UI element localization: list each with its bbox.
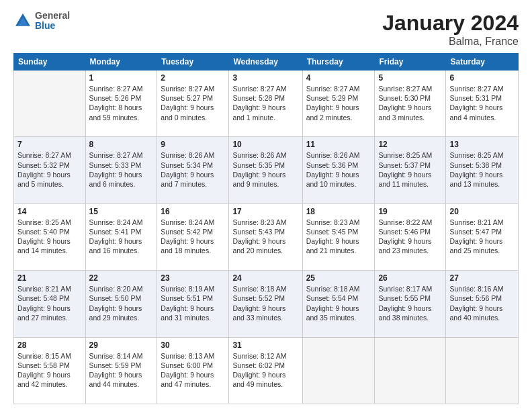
day-number: 19	[378, 207, 442, 216]
day-number: 22	[89, 273, 154, 283]
logo-line2: Blue	[35, 21, 70, 31]
calendar-cell: 27Sunrise: 8:16 AMSunset: 5:56 PMDayligh…	[446, 271, 519, 337]
day-info: Sunrise: 8:27 AMSunset: 5:30 PMDaylight:…	[378, 84, 442, 122]
day-info: Sunrise: 8:27 AMSunset: 5:33 PMDaylight:…	[89, 150, 154, 189]
calendar-header-thursday: Thursday	[302, 54, 375, 71]
calendar-cell: 4Sunrise: 8:27 AMSunset: 5:29 PMDaylight…	[302, 71, 375, 137]
calendar-header-monday: Monday	[85, 54, 157, 71]
day-info: Sunrise: 8:27 AMSunset: 5:26 PMDaylight:…	[89, 84, 154, 122]
day-number: 12	[378, 140, 442, 149]
day-info: Sunrise: 8:25 AMSunset: 5:37 PMDaylight:…	[378, 150, 442, 189]
day-info: Sunrise: 8:15 AMSunset: 5:58 PMDaylight:…	[17, 351, 82, 390]
logo-line1: General	[35, 11, 70, 21]
day-number: 11	[306, 140, 371, 149]
day-number: 1	[89, 73, 154, 83]
calendar-cell: 16Sunrise: 8:24 AMSunset: 5:42 PMDayligh…	[157, 203, 229, 270]
day-number: 4	[306, 73, 371, 83]
day-info: Sunrise: 8:19 AMSunset: 5:51 PMDaylight:…	[161, 284, 225, 322]
day-info: Sunrise: 8:21 AMSunset: 5:48 PMDaylight:…	[17, 284, 82, 322]
logo: General Blue	[13, 11, 70, 32]
day-number: 13	[449, 140, 515, 149]
day-number: 8	[89, 140, 154, 149]
calendar-cell: 30Sunrise: 8:13 AMSunset: 6:00 PMDayligh…	[157, 337, 229, 404]
day-number: 16	[161, 207, 225, 216]
calendar-cell: 20Sunrise: 8:21 AMSunset: 5:47 PMDayligh…	[446, 203, 519, 270]
calendar-cell: 31Sunrise: 8:12 AMSunset: 6:02 PMDayligh…	[229, 337, 302, 404]
day-info: Sunrise: 8:17 AMSunset: 5:55 PMDaylight:…	[378, 284, 442, 322]
calendar-cell: 3Sunrise: 8:27 AMSunset: 5:28 PMDaylight…	[229, 71, 302, 137]
day-info: Sunrise: 8:21 AMSunset: 5:47 PMDaylight:…	[449, 218, 515, 256]
day-number: 24	[232, 273, 298, 283]
day-info: Sunrise: 8:24 AMSunset: 5:42 PMDaylight:…	[161, 218, 225, 256]
calendar-cell: 19Sunrise: 8:22 AMSunset: 5:46 PMDayligh…	[375, 203, 446, 270]
day-number: 10	[232, 140, 298, 149]
day-info: Sunrise: 8:14 AMSunset: 5:59 PMDaylight:…	[89, 351, 154, 390]
calendar-cell: 14Sunrise: 8:25 AMSunset: 5:40 PMDayligh…	[14, 203, 86, 270]
calendar-cell: 12Sunrise: 8:25 AMSunset: 5:37 PMDayligh…	[375, 137, 446, 203]
day-number: 27	[449, 273, 515, 283]
day-number: 29	[89, 340, 154, 350]
calendar-cell: 5Sunrise: 8:27 AMSunset: 5:30 PMDaylight…	[375, 71, 446, 137]
calendar-cell: 7Sunrise: 8:27 AMSunset: 5:32 PMDaylight…	[14, 137, 86, 203]
day-info: Sunrise: 8:18 AMSunset: 5:54 PMDaylight:…	[306, 284, 371, 322]
day-number: 31	[232, 340, 298, 350]
day-info: Sunrise: 8:22 AMSunset: 5:46 PMDaylight:…	[378, 218, 442, 256]
day-number: 25	[306, 273, 371, 283]
calendar-cell: 2Sunrise: 8:27 AMSunset: 5:27 PMDaylight…	[157, 71, 229, 137]
calendar-cell: 1Sunrise: 8:27 AMSunset: 5:26 PMDaylight…	[85, 71, 157, 137]
calendar-week-row: 28Sunrise: 8:15 AMSunset: 5:58 PMDayligh…	[14, 337, 519, 404]
day-number: 30	[161, 340, 225, 350]
day-number: 2	[161, 73, 225, 83]
day-info: Sunrise: 8:24 AMSunset: 5:41 PMDaylight:…	[89, 218, 154, 256]
calendar-cell: 15Sunrise: 8:24 AMSunset: 5:41 PMDayligh…	[85, 203, 157, 270]
calendar-cell: 28Sunrise: 8:15 AMSunset: 5:58 PMDayligh…	[14, 337, 86, 404]
day-info: Sunrise: 8:25 AMSunset: 5:40 PMDaylight:…	[17, 218, 82, 256]
calendar-week-row: 21Sunrise: 8:21 AMSunset: 5:48 PMDayligh…	[14, 271, 519, 337]
page-title: January 2024	[382, 11, 519, 36]
calendar-week-row: 1Sunrise: 8:27 AMSunset: 5:26 PMDaylight…	[14, 71, 519, 137]
calendar-cell: 13Sunrise: 8:25 AMSunset: 5:38 PMDayligh…	[446, 137, 519, 203]
calendar-week-row: 7Sunrise: 8:27 AMSunset: 5:32 PMDaylight…	[14, 137, 519, 203]
day-number: 26	[378, 273, 442, 283]
day-number: 7	[17, 140, 82, 149]
calendar-header-wednesday: Wednesday	[229, 54, 302, 71]
calendar-table: SundayMondayTuesdayWednesdayThursdayFrid…	[13, 53, 519, 404]
header: General Blue January 2024 Balma, France	[13, 11, 519, 48]
calendar-week-row: 14Sunrise: 8:25 AMSunset: 5:40 PMDayligh…	[14, 203, 519, 270]
calendar-cell: 21Sunrise: 8:21 AMSunset: 5:48 PMDayligh…	[14, 271, 86, 337]
day-number: 23	[161, 273, 225, 283]
day-info: Sunrise: 8:23 AMSunset: 5:43 PMDaylight:…	[232, 218, 298, 256]
day-number: 17	[232, 207, 298, 216]
day-number: 18	[306, 207, 371, 216]
day-number: 20	[449, 207, 515, 216]
day-number: 14	[17, 207, 82, 216]
day-info: Sunrise: 8:27 AMSunset: 5:29 PMDaylight:…	[306, 84, 371, 122]
page: General Blue January 2024 Balma, France …	[0, 0, 532, 411]
calendar-cell: 29Sunrise: 8:14 AMSunset: 5:59 PMDayligh…	[85, 337, 157, 404]
calendar-cell	[375, 337, 446, 404]
calendar-cell: 23Sunrise: 8:19 AMSunset: 5:51 PMDayligh…	[157, 271, 229, 337]
day-number: 15	[89, 207, 154, 216]
calendar-cell	[302, 337, 375, 404]
day-info: Sunrise: 8:13 AMSunset: 6:00 PMDaylight:…	[161, 351, 225, 390]
day-info: Sunrise: 8:26 AMSunset: 5:35 PMDaylight:…	[232, 150, 298, 189]
calendar-header-row: SundayMondayTuesdayWednesdayThursdayFrid…	[14, 54, 519, 71]
day-info: Sunrise: 8:27 AMSunset: 5:27 PMDaylight:…	[161, 84, 225, 122]
calendar-cell: 17Sunrise: 8:23 AMSunset: 5:43 PMDayligh…	[229, 203, 302, 270]
day-info: Sunrise: 8:26 AMSunset: 5:34 PMDaylight:…	[161, 150, 225, 189]
day-number: 21	[17, 273, 82, 283]
calendar-cell: 8Sunrise: 8:27 AMSunset: 5:33 PMDaylight…	[85, 137, 157, 203]
calendar-cell: 11Sunrise: 8:26 AMSunset: 5:36 PMDayligh…	[302, 137, 375, 203]
calendar-cell: 24Sunrise: 8:18 AMSunset: 5:52 PMDayligh…	[229, 271, 302, 337]
calendar-cell: 25Sunrise: 8:18 AMSunset: 5:54 PMDayligh…	[302, 271, 375, 337]
page-subtitle: Balma, France	[382, 36, 519, 48]
calendar-cell: 9Sunrise: 8:26 AMSunset: 5:34 PMDaylight…	[157, 137, 229, 203]
calendar-header-tuesday: Tuesday	[157, 54, 229, 71]
calendar-cell	[14, 71, 86, 137]
day-number: 9	[161, 140, 225, 149]
day-number: 28	[17, 340, 82, 350]
logo-icon	[13, 11, 32, 30]
calendar-cell: 10Sunrise: 8:26 AMSunset: 5:35 PMDayligh…	[229, 137, 302, 203]
calendar-header-saturday: Saturday	[446, 54, 519, 71]
day-info: Sunrise: 8:12 AMSunset: 6:02 PMDaylight:…	[232, 351, 298, 390]
